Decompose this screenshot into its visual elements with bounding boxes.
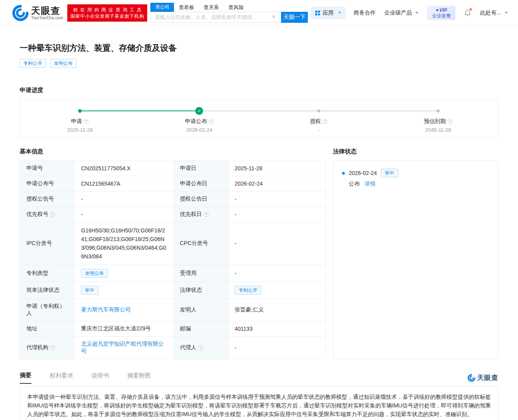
tianyancha-logo[interactable]: 天眼查 TianYanCha.com (12, 5, 63, 21)
info-label: 优先权号 (20, 207, 75, 222)
legal-status-title: 法律状态 (333, 148, 498, 155)
table-row: 地址 重庆市江北区福生大道229号 邮编 401133 (20, 321, 326, 337)
info-label: 受理局 (174, 265, 228, 282)
chevron-down-icon (338, 12, 341, 14)
page-title: 一种晕车识别方法、装置、存储介质及设备 (20, 42, 498, 53)
applicant-link[interactable]: 赛力斯汽车有限公司 (81, 306, 131, 313)
info-label: 申请公布号 (20, 176, 75, 192)
user-menu[interactable]: 此处有... (480, 9, 508, 17)
legal-status-state-tag: 审中 (381, 169, 398, 177)
info-value: 北京超凡宏宇知识产权代理有限公司 (75, 337, 174, 359)
promo-banner-line2: 国家中小企业发展子基金旗下机构 (70, 13, 144, 19)
progress-section-title: 申请进度 (20, 87, 498, 94)
progress-step-date: - (259, 127, 379, 133)
abstract-text: 本申请提供一种晕车识别方法、装置、存储介质及设备，该方法中，利用多源信号样本训练… (20, 386, 498, 420)
progress-timeline: 申请 2025-11-28 申请公布 2026-02-24 授权 - 预估到期 … (20, 99, 498, 138)
logo-subtitle: TianYanCha.com (31, 16, 63, 20)
info-value: 重庆市江北区福生大道229号 (75, 321, 174, 337)
info-label: 授权公告号 (20, 192, 75, 207)
info-label: 发明人 (174, 299, 228, 321)
nav-item-enterprise[interactable]: 企业级产品 (385, 9, 419, 17)
question-icon[interactable] (448, 119, 453, 124)
info-value: - (75, 207, 174, 222)
tianyancha-watermark-icon (468, 374, 475, 382)
search-area: 查公司 查老板 查关系 查风险 天眼一下 (150, 3, 308, 23)
info-label: 优先权日 (174, 207, 228, 222)
apps-grid-icon (315, 10, 320, 16)
legal-status-date: 2026-02-24 (349, 170, 377, 176)
info-value: - (228, 265, 326, 282)
progress-step-expiry: 预估到期 2045-11-28 (379, 99, 498, 137)
tab-description[interactable]: 说明书 (91, 372, 109, 383)
info-value: CN121565467A (75, 176, 174, 192)
apps-menu-label: 应用 (323, 9, 334, 17)
info-section: 基本信息 申请号 CN202511775054.X 申请日 2025-11-28… (20, 148, 498, 359)
agency-link[interactable]: 北京超凡宏宇知识产权代理有限公司 (81, 341, 164, 354)
main-content: 一种晕车识别方法、装置、存储介质及设备 专利公开 发明公布 申请进度 申请 20… (20, 42, 498, 420)
patent-title-block: 一种晕车识别方法、装置、存储介质及设备 专利公开 发明公布 (20, 42, 498, 68)
info-value: 401133 (228, 321, 326, 337)
info-label: 简单法律状态 (20, 282, 75, 299)
search-tab-relation[interactable]: 查关系 (199, 3, 224, 12)
search-input[interactable] (150, 12, 281, 23)
info-value: 审中 (75, 282, 174, 299)
search-tab-risk[interactable]: 查风险 (224, 3, 248, 12)
question-icon[interactable] (204, 212, 209, 217)
table-row: 代理机构 北京超凡宏宇知识产权代理有限公司 代理人 - (20, 337, 326, 359)
tab-abstract-figure[interactable]: 摘要附图 (127, 372, 151, 383)
tab-abstract[interactable]: 摘要 (20, 372, 31, 384)
question-icon[interactable] (198, 345, 203, 350)
chevron-down-icon (415, 12, 418, 14)
info-label: 代理机构 (20, 337, 75, 359)
question-icon[interactable] (50, 212, 55, 217)
progress-step-apply: 申请 2025-11-28 (20, 99, 140, 137)
legal-status-line2: 公布 详情 (349, 181, 489, 188)
chevron-down-icon (505, 12, 508, 14)
table-row: 申请号 CN202511775054.X 申请日 2025-11-28 (20, 161, 326, 176)
legal-status-tag: 专利公开 (235, 286, 261, 295)
table-row: 授权公告号 - 授权公告日 - (20, 192, 326, 207)
basic-info-table: 申请号 CN202511775054.X 申请日 2025-11-28 申请公布… (20, 160, 326, 359)
vip-package-badge[interactable]: VIP 企业套餐 (427, 6, 455, 20)
question-icon[interactable] (83, 119, 89, 124)
detail-link[interactable]: 详情 (364, 181, 376, 187)
search-box: 天眼一下 (150, 12, 308, 23)
search-button[interactable]: 天眼一下 (281, 12, 308, 23)
info-value: - (228, 207, 326, 222)
promo-banner: 都在用的商业查询工具 国家中小企业发展子基金旗下机构 (67, 4, 148, 22)
info-value: 专利公开 (228, 282, 326, 299)
info-label: 申请日 (174, 161, 228, 176)
info-value: 2025-11-28 (228, 161, 326, 176)
clear-icon[interactable] (270, 13, 277, 20)
search-tab-boss[interactable]: 查老板 (174, 3, 199, 12)
info-label: 申请号 (20, 161, 75, 176)
table-row: 申请公布号 CN121565467A 申请公布日 2026-02-24 (20, 176, 326, 192)
notification-bell[interactable] (464, 9, 471, 17)
question-icon[interactable] (322, 119, 327, 124)
apps-menu[interactable]: 应用 (311, 7, 345, 19)
info-label: 法律状态 (174, 282, 228, 299)
question-icon[interactable] (50, 345, 55, 350)
logo-text: 天眼查 TianYanCha.com (31, 6, 63, 20)
search-tab-company[interactable]: 查公司 (150, 3, 174, 12)
patent-status-tag: 专利公开 (20, 59, 46, 68)
watermark-brand: 天眼查 (477, 373, 498, 382)
info-label: 地址 (20, 321, 75, 337)
info-label: 代理人 (174, 337, 228, 359)
info-value: 张晋豪;仁义 (228, 299, 326, 321)
tab-claims[interactable]: 权利要求 (50, 372, 73, 383)
progress-steps: 申请 2025-11-28 申请公布 2026-02-24 授权 - 预估到期 … (20, 99, 498, 137)
info-value: 2026-02-24 (228, 176, 326, 192)
question-icon[interactable] (209, 119, 214, 124)
vip-line2: 企业套餐 (432, 13, 451, 18)
info-value: CN202511775054.X (75, 161, 174, 176)
info-value: - (228, 222, 326, 265)
nav-item-cooperation[interactable]: 商务合作 (354, 9, 376, 17)
promo-banner-line1: 都在用的商业查询工具 (70, 7, 144, 13)
table-row: IPC分类号 G16H50/30;G16H50/70;G06F18/241;G0… (20, 222, 326, 265)
vip-line1: VIP (432, 7, 451, 13)
info-value: - (75, 192, 174, 207)
table-row: 申请（专利权）人 赛力斯汽车有限公司 发明人 张晋豪;仁义 (20, 299, 326, 321)
top-nav: 应用 商务合作 企业级产品 VIP 企业套餐 此处有... (311, 6, 508, 20)
progress-step-grant: 授权 - (259, 99, 379, 137)
